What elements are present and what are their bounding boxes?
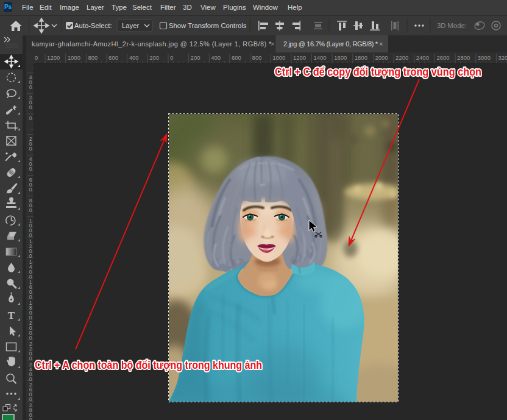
svg-text:Layer: Layer <box>122 22 139 29</box>
svg-text:3000: 3000 <box>478 54 491 61</box>
svg-text:600: 600 <box>108 54 118 61</box>
svg-text:Auto-Select:: Auto-Select: <box>74 22 112 29</box>
svg-text:1000: 1000 <box>272 54 285 61</box>
svg-text:T: T <box>8 310 15 321</box>
svg-text:3D Mode:: 3D Mode: <box>437 22 467 29</box>
svg-text:1600: 1600 <box>334 54 347 61</box>
svg-text:400: 400 <box>129 54 139 61</box>
svg-text:2600: 2600 <box>437 54 450 61</box>
svg-text:200: 200 <box>191 54 200 61</box>
svg-text:2200: 2200 <box>395 54 408 61</box>
svg-text:2800: 2800 <box>457 54 470 61</box>
svg-text:600: 600 <box>232 54 241 61</box>
svg-text:0: 0 <box>35 54 38 61</box>
svg-text:200: 200 <box>149 54 159 61</box>
svg-text:1200: 1200 <box>47 54 60 61</box>
svg-text:3200: 3200 <box>498 54 507 61</box>
svg-text:800: 800 <box>252 54 262 61</box>
svg-text:2000: 2000 <box>375 54 388 61</box>
svg-text:2400: 2400 <box>416 54 429 61</box>
svg-text:1400: 1400 <box>314 54 327 61</box>
svg-text:0: 0 <box>170 54 173 61</box>
svg-text:1200: 1200 <box>293 54 306 61</box>
svg-text:400: 400 <box>211 54 221 61</box>
svg-text:800: 800 <box>88 54 98 61</box>
svg-text:1800: 1800 <box>355 54 367 61</box>
svg-text:1000: 1000 <box>68 54 80 61</box>
svg-text:Show Transform Controls: Show Transform Controls <box>169 22 247 29</box>
